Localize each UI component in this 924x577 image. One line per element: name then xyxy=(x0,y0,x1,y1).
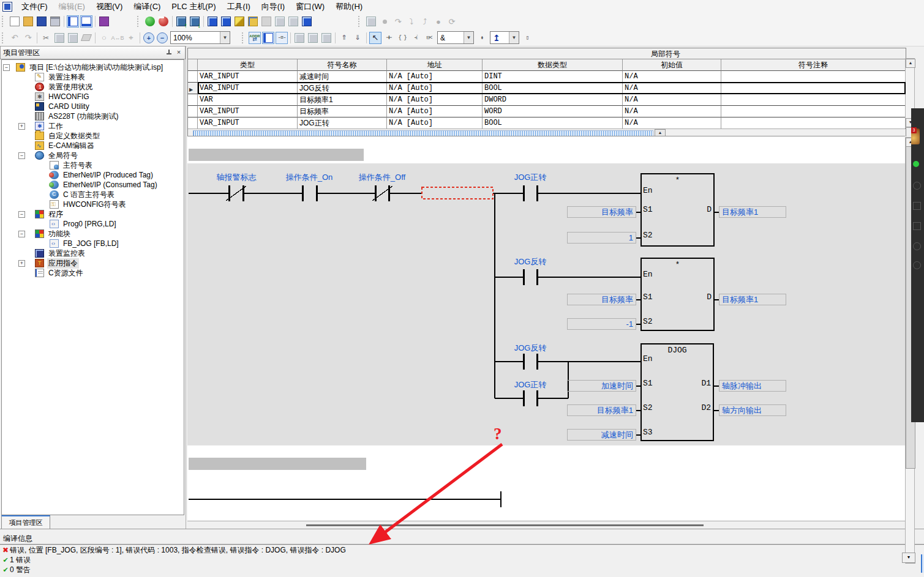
ladder-editor[interactable]: 轴报警标志 操作条件_On 操作条件_Off JOG正转 JOG反转 JOG反转… xyxy=(187,136,905,529)
contact-label[interactable]: JOG正转 xyxy=(490,172,570,182)
operand-input[interactable]: 加速时间 xyxy=(567,380,636,392)
tree-item-programs[interactable]: −程序 xyxy=(2,209,184,219)
insert-contact-icon[interactable]: ⊣⊢ xyxy=(383,32,395,44)
zoom-level-combo[interactable]: 100% ▼ xyxy=(170,31,230,44)
function-block-multiply-1[interactable]: * En S1 S2 D xyxy=(640,173,715,247)
tree-item-plc-model[interactable]: AS228T (功能块测试) xyxy=(2,111,184,121)
tree-item-hwconfig[interactable]: HWCONFIG xyxy=(2,92,184,102)
tree-item-hwconfig-symbols[interactable]: HWCONFIG符号表 xyxy=(2,199,184,209)
operand-output[interactable]: 目标频率1 xyxy=(719,206,786,218)
column-header-type[interactable]: 类型 xyxy=(198,59,298,71)
menu-tools[interactable]: 工具(I) xyxy=(222,0,256,14)
tree-item-ethernet-consumed[interactable]: EtherNet/IP (Consumed Tag) xyxy=(2,180,184,190)
scrollbar-thumb[interactable] xyxy=(306,524,704,526)
output-coil-icon[interactable]: ▯ xyxy=(521,32,533,44)
menu-window[interactable]: 窗口(W) xyxy=(290,0,330,14)
menu-compile[interactable]: 编译(C) xyxy=(128,0,166,14)
expander-expand-icon[interactable]: + xyxy=(18,260,25,267)
chevron-down-icon[interactable]: ▼ xyxy=(220,32,230,43)
compile-error-row[interactable]: ✖ 错误, 位置 [FB_JOG, 区段编号 : 1], 错误代码 : 1003… xyxy=(0,545,924,555)
table-row[interactable]: VAR_INPUT JOG正转 N/A [Auto] BOOL N/A xyxy=(188,117,906,129)
chevron-down-icon[interactable]: ▼ xyxy=(464,32,473,43)
system-monitor-icon[interactable] xyxy=(247,15,259,28)
operand-input[interactable]: 1 xyxy=(567,232,636,244)
window-config-toggle-icon[interactable] xyxy=(262,32,274,44)
tree-item-applied-instructions[interactable]: +应用指令 xyxy=(2,258,184,268)
tree-item-main-symbol-table[interactable]: 主符号表 xyxy=(2,160,184,170)
save-icon[interactable] xyxy=(36,15,48,28)
operand-input[interactable]: 减速时间 xyxy=(567,429,636,441)
row-selector[interactable] xyxy=(188,106,198,117)
menu-view[interactable]: 视图(V) xyxy=(91,0,128,14)
table-row[interactable]: VAR_INPUT 目标频率 N/A [Auto] WORD N/A xyxy=(188,106,906,117)
tree-item-c-symbol-table[interactable]: C 语言主符号表 xyxy=(2,190,184,199)
expander-collapse-icon[interactable]: − xyxy=(3,64,10,71)
sort-descending-icon[interactable]: ⇓ xyxy=(351,32,364,44)
toolbar-drag-handle[interactable] xyxy=(242,32,246,43)
operand-output[interactable]: 轴脉冲输出 xyxy=(719,380,786,392)
help-book-icon[interactable] xyxy=(98,15,110,28)
upload-from-plc-icon[interactable] xyxy=(175,15,187,28)
ladder-horizontal-scrollbar[interactable] xyxy=(187,521,905,529)
expander-collapse-icon[interactable]: − xyxy=(18,211,25,218)
row-selector[interactable] xyxy=(188,94,198,106)
layout-bottom-panel-icon[interactable] xyxy=(80,15,92,28)
tree-item-c-resource-file[interactable]: C资源文件 xyxy=(2,268,184,278)
tree-item-prog0[interactable]: Prog0 [PRG,LD] xyxy=(2,219,184,229)
toolbar-drag-handle[interactable] xyxy=(358,16,362,27)
tree-item-ethernet-produced[interactable]: EtherNet/IP (Produced Tag) xyxy=(2,170,184,180)
comment-display-toggle-icon[interactable]: -¤- xyxy=(276,32,288,44)
compile-summary-errors[interactable]: ✔ 1 错误 xyxy=(0,555,924,565)
menu-help[interactable]: 帮助(H) xyxy=(330,0,368,14)
cut-icon[interactable]: ✂ xyxy=(40,32,52,44)
tree-item-custom-data-type[interactable]: 自定义数据类型 xyxy=(2,131,184,141)
layout-left-panel-icon[interactable] xyxy=(67,15,79,28)
menu-edit[interactable]: 编辑(E) xyxy=(53,0,91,14)
column-header-address[interactable]: 地址 xyxy=(387,59,483,71)
contact-label[interactable]: JOG反转 xyxy=(490,343,570,352)
erase-icon[interactable] xyxy=(80,32,92,44)
toolbar-drag-handle[interactable] xyxy=(137,16,141,27)
expander-collapse-icon[interactable]: − xyxy=(18,152,25,159)
menu-wizard[interactable]: 向导(I) xyxy=(256,0,290,14)
tree-item-function-blocks[interactable]: −功能块 xyxy=(2,229,184,239)
online-monitor-icon[interactable] xyxy=(206,15,219,28)
operand-input[interactable]: -1 xyxy=(567,318,636,330)
column-header-initial[interactable]: 初始值 xyxy=(623,59,721,71)
menu-plc-host[interactable]: PLC 主机(P) xyxy=(166,0,221,14)
operand-input[interactable]: 目标频率1 xyxy=(567,404,636,416)
row-selector[interactable] xyxy=(188,71,198,83)
expander-expand-icon[interactable]: + xyxy=(18,123,25,130)
chevron-down-icon[interactable]: ▼ xyxy=(509,32,519,43)
contact-label[interactable]: 操作条件_Off xyxy=(342,172,422,182)
contact-label[interactable]: JOG反转 xyxy=(490,256,570,266)
zoom-in-icon[interactable]: + xyxy=(143,32,155,44)
download-to-plc-icon[interactable] xyxy=(189,15,201,28)
operand-input[interactable]: 目标频率 xyxy=(567,206,636,218)
contact-label[interactable]: 轴报警标志 xyxy=(197,172,276,182)
zoom-out-icon[interactable]: − xyxy=(156,32,168,44)
tree-item-tasks[interactable]: +工作 xyxy=(2,121,184,131)
simulator-stop-icon[interactable] xyxy=(157,15,170,28)
scroll-down-icon[interactable]: ▼ xyxy=(902,553,915,563)
copy-icon[interactable] xyxy=(53,32,66,44)
monitor-screen-icon[interactable] xyxy=(301,15,313,28)
toolbar-drag-handle[interactable] xyxy=(2,16,6,27)
tree-item-fb-jog[interactable]: FB_JOG [FB,LD] xyxy=(2,239,184,248)
scroll-up-icon[interactable]: ▲ xyxy=(906,59,915,68)
paste-icon[interactable] xyxy=(67,32,79,44)
operand-output[interactable]: 轴方向输出 xyxy=(719,404,786,416)
table-row[interactable]: VAR_INPUT 减速时间 N/A [Auto] DINT N/A xyxy=(188,71,906,83)
row-selector-active[interactable] xyxy=(188,83,198,94)
tree-item-ecam-editor[interactable]: E-CAM编辑器 xyxy=(2,141,184,151)
online-edit-icon[interactable] xyxy=(233,15,246,28)
address-display-toggle-icon[interactable]: ADDR xyxy=(249,32,261,44)
row-selector[interactable] xyxy=(188,117,198,129)
tree-item-card-utility[interactable]: CARD Utility xyxy=(2,102,184,111)
operand-output[interactable]: 目标频率1 xyxy=(719,294,786,305)
print-icon[interactable] xyxy=(49,15,61,28)
toolbar-drag-handle[interactable] xyxy=(2,32,6,43)
vertical-line-icon[interactable]: ⇞ xyxy=(476,32,488,44)
operand-input[interactable]: 目标频率 xyxy=(567,294,636,305)
open-file-icon[interactable] xyxy=(22,15,34,28)
